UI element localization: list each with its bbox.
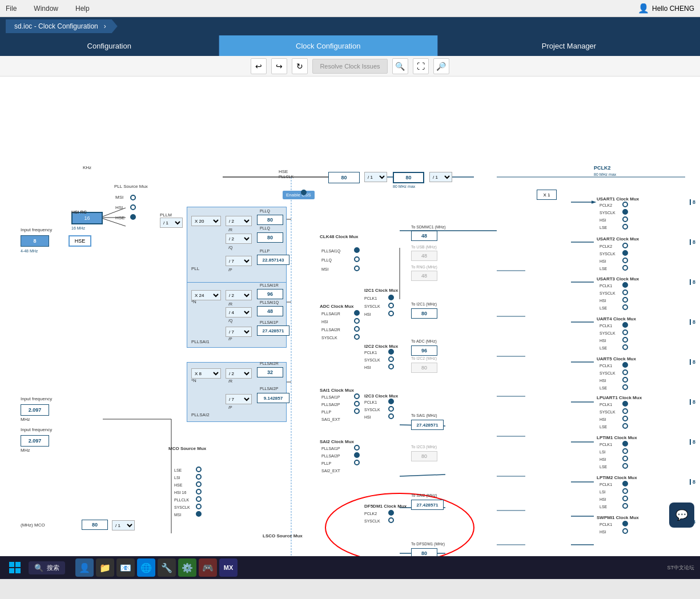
pllsai1q-select[interactable]: / 4 [226,307,252,317]
radio-clk48-pllsai1q[interactable] [354,247,360,253]
radio-msi[interactable] [130,195,136,200]
radio-mco-hse[interactable] [196,481,202,487]
radio-hsi[interactable] [130,204,136,210]
taskbar-app-4[interactable]: 🌐 [137,558,155,577]
radio-u3-sysclk[interactable] [622,290,628,295]
radio-sai1-pllsai1p[interactable] [354,393,360,399]
taskbar-app-3[interactable]: 📧 [116,558,135,577]
pllsai2n-select[interactable]: X 8 [191,368,221,379]
radio-mco-sysclk[interactable] [196,504,202,509]
sys-div1-select[interactable]: / 1 [364,172,387,182]
radio-u5-pclk1[interactable] [622,362,628,368]
input-freq-value[interactable]: 8 [21,235,49,247]
radio-mco-msi[interactable] [196,511,202,517]
radio-i2c2-sysclk[interactable] [388,356,394,362]
radio-u1-sysclk[interactable] [622,209,628,215]
pllsai2r-select[interactable]: / 2 [226,368,252,379]
radio-u5-sysclk[interactable] [622,369,628,375]
radio-i2c3-sysclk[interactable] [388,406,394,412]
taskbar-app-5[interactable]: 🔧 [158,558,176,577]
taskbar-app-7[interactable]: 🎮 [199,558,217,577]
file-menu[interactable]: File [6,5,17,13]
radio-u5-lse[interactable] [622,384,628,390]
radio-u2-lse[interactable] [622,265,628,271]
radio-sw-pclk1[interactable] [622,521,628,526]
taskbar-search[interactable]: 🔍 搜索 [29,561,65,574]
radio-adc-hsi[interactable] [354,318,360,324]
radio-adc-pllsai2r[interactable] [354,326,360,332]
radio-lt2-hsi[interactable] [622,496,628,501]
enable-css-button[interactable]: Enable CSS [283,191,315,199]
radio-lt1-lsi[interactable] [622,448,628,454]
mco-div-select[interactable]: / 1 [112,520,135,530]
radio-adc-sysclk[interactable] [354,334,360,340]
radio-i2c1-hsi[interactable] [388,311,394,316]
radio-u3-lse[interactable] [622,304,628,310]
radio-u4-hsi[interactable] [622,337,628,343]
radio-adc-pllsai1r[interactable] [354,310,360,316]
window-menu[interactable]: Window [34,5,58,13]
radio-u3-hsi[interactable] [622,297,628,303]
radio-u5-hsi[interactable] [622,377,628,383]
tab-clock-configuration[interactable]: Clock Configuration [219,35,438,56]
radio-lp-sysclk[interactable] [622,408,628,414]
radio-lt1-pclk1[interactable] [622,441,628,447]
radio-sw-hsi[interactable] [622,528,628,534]
radio-u1-pclk2[interactable] [622,202,628,207]
radio-u1-lse[interactable] [622,224,628,230]
radio-pllclk[interactable] [301,190,307,195]
radio-lt1-hsi[interactable] [622,456,628,461]
radio-i2c1-pclk1[interactable] [388,295,394,300]
help-menu[interactable]: Help [75,5,90,13]
radio-lt2-lse[interactable] [622,503,628,509]
refresh-button[interactable]: ↻ [292,58,308,74]
radio-sai2-pllsai1p[interactable] [354,445,360,451]
radio-sai1-pllsai2p[interactable] [354,401,360,407]
radio-mco-pllclk[interactable] [196,496,202,502]
radio-lp-pclk1[interactable] [622,401,628,407]
radio-lt1-lse[interactable] [622,463,628,469]
taskbar-app-mx[interactable]: MX [219,558,238,577]
radio-u4-pclk1[interactable] [622,322,628,328]
radio-lp-lse[interactable] [622,423,628,429]
radio-i2c3-hsi[interactable] [388,413,394,419]
pllsai1r-select[interactable]: / 2 [226,290,252,300]
radio-lt2-lsi[interactable] [622,488,628,494]
radio-sai2-pllp[interactable] [354,460,360,465]
taskbar-app-1[interactable]: 👤 [75,558,94,577]
pllq-select[interactable]: / 2 [226,234,252,244]
zoom-out-button[interactable]: 🔎 [433,58,449,74]
tab-configuration[interactable]: Configuration [0,35,219,56]
pllr-select[interactable]: / 2 [226,216,252,226]
radio-dfsdm1-sysclk[interactable] [388,517,394,523]
radio-mco-lsi[interactable] [196,474,202,480]
radio-clk48-pllq[interactable] [354,256,360,262]
sys-div2-select[interactable]: / 1 [429,172,452,182]
plln-select[interactable]: X 20 [191,216,221,226]
radio-u2-hsi[interactable] [622,258,628,263]
radio-clk48-msi[interactable] [354,266,360,271]
radio-i2c2-hsi[interactable] [388,364,394,369]
radio-hse[interactable] [130,214,136,220]
radio-u3-pclk1[interactable] [622,282,628,288]
radio-u1-hsi[interactable] [622,216,628,222]
redo-button[interactable]: ↪ [271,58,287,74]
radio-i2c2-pclk1[interactable] [388,349,394,355]
radio-lp-hsi[interactable] [622,416,628,421]
windows-start-button[interactable] [6,558,24,577]
radio-i2c1-sysclk[interactable] [388,303,394,308]
radio-u2-sysclk[interactable] [622,250,628,256]
undo-button[interactable]: ↩ [251,58,267,74]
pllp-select[interactable]: / 7 [226,256,252,266]
pllsai2p-select[interactable]: / 7 [226,394,252,404]
radio-sai1-pllp[interactable] [354,408,360,414]
resolve-clock-button[interactable]: Resolve Clock Issues [312,59,387,74]
taskbar-app-2[interactable]: 📁 [96,558,114,577]
radio-u4-sysclk[interactable] [622,329,628,335]
sd-ioc-tab[interactable]: sd.ioc - Clock Configuration › [6,19,118,33]
pllm-select[interactable]: / 1 [160,218,183,228]
tab-project-manager[interactable]: Project Manager [438,35,700,56]
help-chat-button[interactable]: 💬 [669,502,694,528]
pllsai1p-select[interactable]: / 7 [226,327,252,337]
radio-u4-lse[interactable] [622,344,628,350]
